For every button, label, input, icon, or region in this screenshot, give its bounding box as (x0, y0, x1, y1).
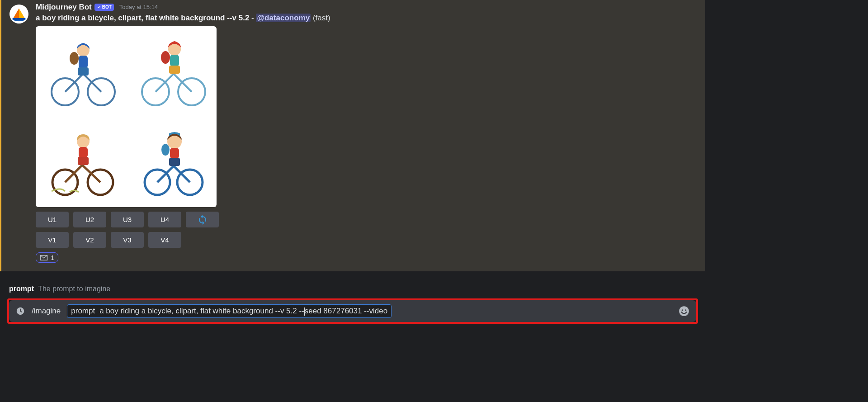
u1-button[interactable]: U1 (36, 212, 69, 227)
grid-cell-3 (36, 117, 126, 207)
message-input[interactable]: /imagine prompt a boy riding a bicycle, … (9, 300, 696, 322)
svg-rect-15 (79, 147, 88, 158)
bot-badge: BOT (94, 4, 114, 11)
svg-rect-10 (169, 66, 180, 74)
bot-avatar[interactable] (9, 5, 28, 24)
envelope-reaction[interactable]: 1 (36, 252, 58, 263)
input-highlight-box: /imagine prompt a boy riding a bicycle, … (7, 298, 698, 324)
svg-point-11 (161, 51, 170, 64)
speed-text: (fast) (311, 14, 330, 22)
u2-button[interactable]: U2 (73, 212, 106, 227)
emoji-picker-button[interactable] (678, 305, 690, 317)
boy-bicycle-2-icon (133, 33, 210, 110)
param-value: a boy riding a bicycle, clipart, flat wh… (99, 307, 387, 316)
v1-button[interactable]: V1 (36, 232, 69, 248)
prompt-text: a boy riding a bicycle, clipart, flat wh… (36, 14, 249, 22)
u3-button[interactable]: U3 (111, 212, 144, 227)
sailboat-icon (11, 6, 27, 22)
svg-point-5 (70, 52, 79, 65)
message-header: Midjourney Bot BOT Today at 15:14 (36, 3, 330, 12)
param-name: prompt (71, 307, 95, 316)
hint-label: prompt (9, 285, 34, 293)
refresh-icon (197, 214, 208, 225)
svg-rect-16 (78, 157, 89, 165)
boy-bicycle-3-icon (42, 123, 119, 200)
message-container: Midjourney Bot BOT Today at 15:14 a boy … (0, 0, 705, 271)
v3-button[interactable]: V3 (111, 232, 144, 248)
message-body: Midjourney Bot BOT Today at 15:14 a boy … (36, 3, 330, 263)
upscale-button-row: U1 U2 U3 U4 (36, 212, 330, 227)
svg-point-24 (679, 306, 689, 316)
grid-cell-2 (126, 26, 217, 117)
hint-description: The prompt to imagine (38, 285, 110, 293)
message-row: Midjourney Bot BOT Today at 15:14 a boy … (9, 3, 705, 263)
reroll-button[interactable] (186, 212, 219, 227)
user-mention[interactable]: @dataconomy (256, 14, 311, 22)
v2-button[interactable]: V2 (73, 232, 106, 248)
right-gutter (705, 0, 868, 271)
boy-bicycle-1-icon (42, 33, 119, 110)
svg-point-26 (685, 309, 686, 311)
input-area: prompt The prompt to imagine /imagine pr… (0, 271, 705, 402)
svg-rect-20 (170, 148, 179, 159)
envelope-icon (40, 255, 48, 261)
slash-command: /imagine (32, 307, 61, 316)
check-icon (97, 5, 101, 9)
boy-bicycle-4-icon (133, 123, 210, 200)
grid-cell-4 (126, 117, 217, 207)
bottom-right-gutter (705, 271, 868, 402)
emoji-icon (678, 305, 690, 317)
author-name[interactable]: Midjourney Bot (36, 3, 92, 12)
svg-rect-4 (78, 67, 89, 76)
v4-button[interactable]: V4 (148, 232, 181, 248)
prompt-param-pill[interactable]: prompt a boy riding a bicycle, clipart, … (67, 304, 392, 318)
u4-button[interactable]: U4 (148, 212, 181, 227)
param-hint: prompt The prompt to imagine (7, 283, 698, 298)
grid-cell-1 (36, 26, 126, 117)
reaction-count: 1 (51, 254, 54, 261)
dash: - (249, 14, 256, 22)
variation-button-row: V1 V2 V3 V4 (36, 232, 330, 248)
svg-rect-3 (79, 56, 88, 68)
svg-rect-21 (169, 158, 180, 166)
result-image-grid[interactable] (36, 26, 217, 207)
message-timestamp: Today at 15:14 (119, 3, 158, 12)
svg-point-25 (682, 309, 683, 311)
bot-badge-text: BOT (102, 3, 112, 12)
message-content: a boy riding a bicycle, clipart, flat wh… (36, 14, 330, 23)
svg-point-22 (161, 144, 170, 156)
svg-rect-9 (170, 55, 179, 66)
clock-icon (15, 306, 25, 316)
